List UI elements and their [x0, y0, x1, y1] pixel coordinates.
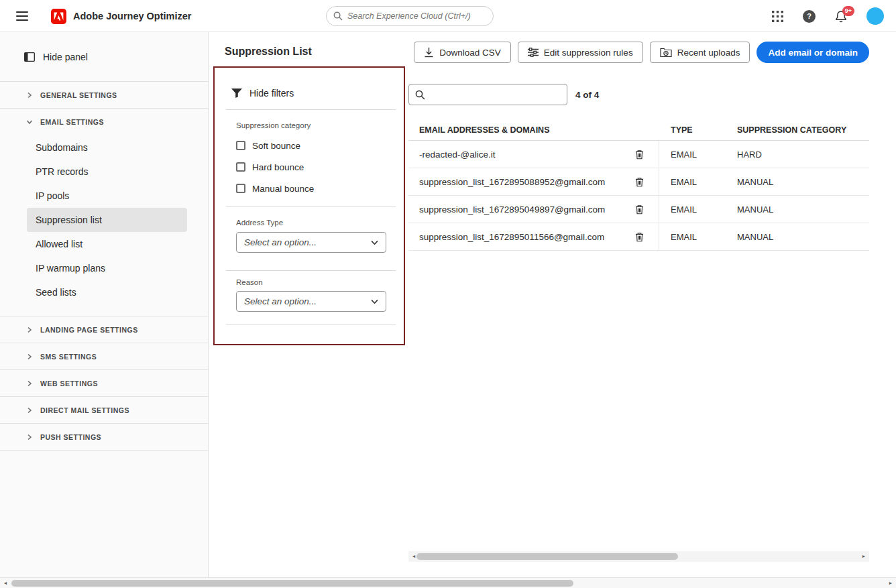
- action-bar: Download CSV Edit suppression rules Rece…: [414, 42, 869, 63]
- checkbox-label: Hard bounce: [252, 162, 304, 172]
- hide-panel-button[interactable]: Hide panel: [0, 32, 208, 81]
- table-search[interactable]: [408, 84, 567, 105]
- global-search-input[interactable]: [347, 11, 486, 21]
- sidebar-item-suppression-list[interactable]: Suppression list: [27, 208, 187, 232]
- sidebar-section-general-settings[interactable]: GENERAL SETTINGS: [0, 81, 208, 108]
- chevron-down-icon: [26, 119, 33, 125]
- notifications-bell-icon[interactable]: 9+: [835, 10, 847, 23]
- row-type: EMAIL: [659, 223, 737, 250]
- table-horizontal-scrollbar[interactable]: ◄ ►: [408, 551, 869, 562]
- search-icon: [333, 11, 343, 21]
- scrollbar-thumb[interactable]: [11, 580, 573, 587]
- scrollbar-thumb[interactable]: [416, 553, 678, 560]
- divider: [226, 270, 396, 271]
- filter-funnel-icon: [231, 89, 242, 98]
- sidebar-section-landing-page-settings[interactable]: LANDING PAGE SETTINGS: [0, 316, 208, 343]
- row-category: HARD: [737, 141, 869, 168]
- sidebar-section-push-settings[interactable]: PUSH SETTINGS: [0, 423, 208, 450]
- recent-uploads-folder-icon: [660, 48, 672, 58]
- edit-suppression-rules-button[interactable]: Edit suppression rules: [518, 42, 643, 63]
- sidebar-section-label: GENERAL SETTINGS: [40, 91, 117, 99]
- app-window: Adobe Journey Optimizer ? 9+ Hide: [0, 0, 896, 588]
- row-email: suppression_list_1672895011566@gmail.com: [419, 232, 604, 242]
- table-row: suppression_list_1672895049897@gmail.com…: [408, 196, 869, 223]
- divider: [226, 325, 396, 325]
- chevron-right-icon: [26, 327, 33, 333]
- sidebar-section-web-settings[interactable]: WEB SETTINGS: [0, 369, 208, 396]
- sidebar-section-label: PUSH SETTINGS: [40, 433, 101, 441]
- checkbox-manual-bounce[interactable]: Manual bounce: [236, 181, 396, 196]
- scroll-right-arrow-icon[interactable]: ►: [858, 551, 869, 561]
- checkbox-box[interactable]: [236, 184, 245, 193]
- avatar[interactable]: [866, 7, 884, 25]
- recent-uploads-button[interactable]: Recent uploads: [650, 42, 750, 63]
- chevron-right-icon: [26, 407, 33, 414]
- help-icon[interactable]: ?: [803, 10, 816, 23]
- sidebar-item-ip-pools[interactable]: IP pools: [0, 184, 208, 208]
- trash-icon: [635, 177, 644, 187]
- table-row: suppression_list_1672895011566@gmail.com…: [408, 223, 869, 251]
- sidebar-section-email-settings[interactable]: EMAIL SETTINGS: [0, 108, 208, 135]
- sidebar-item-subdomains[interactable]: Subdomains: [0, 135, 208, 160]
- delete-row-button[interactable]: [635, 232, 644, 242]
- notification-badge: 9+: [842, 6, 854, 16]
- table-header-row: EMAIL ADDRESSES & DOMAINS TYPE SUPPRESSI…: [408, 119, 869, 141]
- delete-row-button[interactable]: [635, 150, 644, 160]
- apps-grid-icon[interactable]: [772, 11, 783, 22]
- row-category: MANUAL: [737, 223, 869, 250]
- sidebar-item-ptr-records[interactable]: PTR records: [0, 160, 208, 184]
- sidebar-section-label: EMAIL SETTINGS: [40, 118, 104, 126]
- delete-row-button[interactable]: [635, 204, 644, 215]
- table-search-input[interactable]: [431, 90, 561, 100]
- cell-email: suppression_list_1672895011566@gmail.com: [408, 223, 659, 250]
- trash-icon: [635, 204, 644, 215]
- sidebar-section-sms-settings[interactable]: SMS SETTINGS: [0, 343, 208, 369]
- edit-suppression-rules-label: Edit suppression rules: [544, 48, 633, 58]
- cell-email: suppression_list_1672895088952@gmail.com: [408, 168, 659, 195]
- scroll-left-arrow-icon[interactable]: ◄: [0, 578, 11, 588]
- filter-checkbox-group: Soft bounceHard bounceManual bounce: [226, 138, 396, 196]
- trash-icon: [635, 150, 644, 160]
- address-type-select[interactable]: Select an option...: [236, 232, 386, 253]
- checkbox-hard-bounce[interactable]: Hard bounce: [236, 160, 396, 174]
- hide-filters-button[interactable]: Hide filters: [226, 86, 396, 101]
- reason-label: Reason: [236, 278, 396, 286]
- delete-row-button[interactable]: [635, 177, 644, 187]
- sidebar-item-ip-warmup-plans[interactable]: IP warmup plans: [0, 256, 208, 280]
- download-csv-label: Download CSV: [439, 48, 501, 58]
- checkbox-soft-bounce[interactable]: Soft bounce: [236, 138, 396, 153]
- row-category: MANUAL: [737, 168, 869, 195]
- chevron-down-icon: [371, 299, 378, 304]
- chevron-right-icon: [26, 380, 33, 387]
- panel-icon: [24, 52, 35, 62]
- checkbox-box[interactable]: [236, 162, 245, 172]
- table-body: -redacted-@alice.itEMAILHARDsuppression_…: [408, 141, 869, 251]
- sidebar: Hide panel GENERAL SETTINGSEMAIL SETTING…: [0, 32, 209, 577]
- scroll-right-arrow-icon[interactable]: ►: [885, 578, 896, 588]
- sidebar-section-label: DIRECT MAIL SETTINGS: [40, 406, 129, 414]
- download-csv-button[interactable]: Download CSV: [414, 42, 511, 63]
- sidebar-section-label: WEB SETTINGS: [40, 379, 98, 388]
- sidebar-subitems: SubdomainsPTR recordsIP poolsSuppression…: [0, 135, 208, 316]
- window-horizontal-scrollbar[interactable]: ◄ ►: [0, 577, 896, 588]
- hamburger-menu-icon[interactable]: [16, 11, 28, 21]
- chevron-right-icon: [26, 434, 33, 440]
- topbar: Adobe Journey Optimizer ? 9+: [0, 0, 896, 32]
- table-row: suppression_list_1672895088952@gmail.com…: [408, 168, 869, 196]
- download-icon: [424, 47, 434, 58]
- chevron-right-icon: [26, 353, 33, 360]
- result-count: 4 of 4: [575, 90, 599, 100]
- col-header-type: TYPE: [659, 125, 737, 135]
- add-email-or-domain-button[interactable]: Add email or domain: [757, 42, 869, 63]
- topbar-right: ? 9+: [772, 0, 884, 32]
- sidebar-item-allowed-list[interactable]: Allowed list: [0, 232, 208, 256]
- sidebar-item-seed-lists[interactable]: Seed lists: [0, 280, 208, 304]
- checkbox-box[interactable]: [236, 141, 245, 150]
- reason-select[interactable]: Select an option...: [236, 291, 386, 312]
- trash-icon: [635, 232, 644, 242]
- adobe-logo-icon: [51, 9, 66, 24]
- col-header-email-addresses: EMAIL ADDRESSES & DOMAINS: [408, 125, 659, 135]
- global-search[interactable]: [326, 6, 494, 26]
- address-type-value: Select an option...: [244, 237, 317, 247]
- sidebar-section-direct-mail-settings[interactable]: DIRECT MAIL SETTINGS: [0, 396, 208, 423]
